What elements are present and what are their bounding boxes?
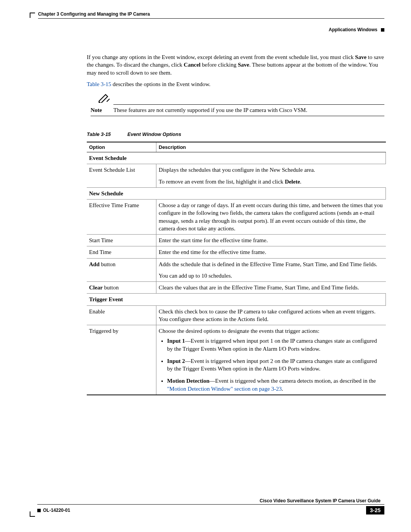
table-row: Clear button Clears the values that are … — [87, 282, 386, 294]
table-row: Event Schedule List Displays the schedul… — [87, 164, 386, 188]
doc-number: OL-14220-01 — [43, 508, 70, 513]
footer: Cisco Video Surveillance System IP Camer… — [37, 498, 384, 514]
square-icon — [37, 509, 41, 512]
table-row: Enable Check this check box to cause the… — [87, 305, 386, 325]
svg-line-0 — [107, 99, 110, 102]
table-row: Add button Adds the schedule that is def… — [87, 258, 386, 282]
section-label-wrap: Applications Windows — [30, 27, 384, 32]
page-number: 3-25 — [366, 506, 384, 514]
col-description: Description — [156, 142, 386, 152]
note-text: These features are not currently support… — [113, 107, 307, 113]
footer-title: Cisco Video Surveillance System IP Camer… — [260, 498, 381, 503]
section-event-schedule: Event Schedule — [87, 152, 386, 164]
table-caption: Table 3-15 Event Window Options — [87, 131, 384, 137]
section-trigger-event: Trigger Event — [87, 294, 386, 305]
list-item: Input 1—Event is triggered when input po… — [167, 337, 384, 353]
motion-detection-link[interactable]: "Motion Detection Window" section on pag… — [167, 386, 282, 392]
col-option: Option — [87, 142, 156, 152]
crop-mark-tl — [30, 13, 35, 18]
table-row: End Time Enter the end time for the effe… — [87, 246, 386, 258]
crop-mark-bl — [30, 511, 35, 517]
intro-paragraph-1: If you change any options in the Event w… — [87, 53, 384, 77]
header-rule — [38, 18, 384, 19]
intro-paragraph-2: Table 3-15 describes the options in the … — [87, 80, 384, 88]
list-item: Input 2—Event is triggered when input po… — [167, 357, 384, 373]
square-icon — [381, 28, 384, 32]
section-label: Applications Windows — [329, 27, 378, 32]
options-table: Option Description Event Schedule Event … — [87, 142, 386, 395]
table-row: Start Time Enter the start time for the … — [87, 235, 386, 246]
section-new-schedule: New Schedule — [87, 187, 386, 199]
pencil-icon — [98, 98, 110, 104]
note-label: Note — [91, 107, 113, 113]
table-link[interactable]: Table 3-15 — [87, 81, 111, 87]
list-item: Motion Detection—Event is triggered when… — [167, 377, 384, 393]
chapter-label: Chapter 3 Configuring and Managing the I… — [38, 11, 150, 17]
table-row: Effective Time Frame Choose a day or ran… — [87, 200, 386, 235]
table-row: Triggered by Choose the desired options … — [87, 325, 386, 395]
running-header: Chapter 3 Configuring and Managing the I… — [38, 11, 384, 17]
